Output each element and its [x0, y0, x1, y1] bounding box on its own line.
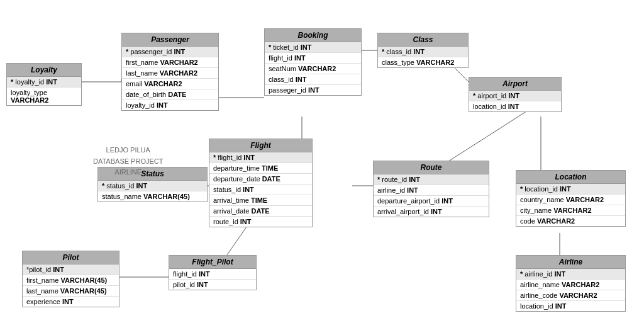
airline-row-4: location_id INT [516, 301, 625, 311]
passenger-header: Passenger [122, 33, 218, 47]
pilot-row-2: first_name VARCHAR(45) [23, 275, 119, 286]
booking-row-3: seatNum VARCHAR2 [265, 64, 361, 74]
entity-flight: Flight * flight_id INT departure_time TI… [209, 139, 313, 227]
flight-row-1: * flight_id INT [209, 152, 312, 163]
entity-passenger: Passenger * passenger_id INT first_name … [121, 33, 219, 111]
airport-row-2: location_id INT [469, 101, 561, 111]
pilot-row-3: last_name VARCHAR(45) [23, 286, 119, 297]
class-row-2: class_type VARCHAR2 [378, 57, 468, 67]
location-row-3: city_name VARCHAR2 [516, 205, 625, 216]
flight-row-6: arrival_date DATE [209, 206, 312, 217]
airline-row-2: airline_name VARCHAR2 [516, 280, 625, 290]
flight-row-7: route_id INT [209, 217, 312, 227]
class-header: Class [378, 33, 468, 47]
location-row-4: code VARCHAR2 [516, 216, 625, 226]
airport-row-1: * airport_id INT [469, 91, 561, 101]
entity-class: Class * class_id INT class_type VARCHAR2 [377, 33, 469, 68]
passenger-row-4: email VARCHAR2 [122, 79, 218, 89]
entity-airline: Airline * airline_id INT airline_name VA… [516, 255, 626, 312]
entity-flight-pilot: Flight_Pilot flight_id INT pilot_id INT [169, 255, 257, 290]
entity-pilot: Pilot *pilot_id INT first_name VARCHAR(4… [22, 251, 119, 307]
class-row-1: * class_id INT [378, 47, 468, 57]
booking-row-1: * ticket_id INT [265, 42, 361, 53]
watermark: LEDJO PILUADATABASE PROJECTAIRLINE [93, 145, 163, 178]
status-row-1: * status_id INT [98, 181, 207, 191]
loyalty-row-2: loyalty_typeVARCHAR2 [7, 88, 81, 105]
flight-pilot-row-1: flight_id INT [169, 269, 256, 280]
passenger-row-3: last_name VARCHAR2 [122, 68, 218, 79]
booking-row-5: passeger_id INT [265, 85, 361, 95]
entity-location: Location * location_id INT country_name … [516, 170, 626, 227]
passenger-row-2: first_name VARCHAR2 [122, 57, 218, 68]
entity-route: Route * route_id INT airline_id INT depa… [373, 161, 489, 217]
airline-row-3: airline_code VARCHAR2 [516, 290, 625, 301]
flight-pilot-row-2: pilot_id INT [169, 280, 256, 290]
route-row-1: * route_id INT [374, 174, 489, 185]
loyalty-header: Loyalty [7, 64, 81, 77]
airline-header: Airline [516, 256, 625, 269]
location-header: Location [516, 171, 625, 184]
booking-row-4: class_id INT [265, 74, 361, 85]
entity-booking: Booking * ticket_id INT flight_id INT se… [264, 28, 362, 96]
flight-row-3: departure_date DATE [209, 174, 312, 185]
erd-diagram: Loyalty * loyalty_id INT loyalty_typeVAR… [0, 0, 644, 335]
pilot-header: Pilot [23, 251, 119, 264]
passenger-row-1: * passenger_id INT [122, 47, 218, 57]
route-row-2: airline_id INT [374, 185, 489, 196]
pilot-row-4: experience INT [23, 297, 119, 307]
loyalty-row-1: * loyalty_id INT [7, 77, 81, 88]
booking-header: Booking [265, 29, 361, 42]
airline-row-1: * airline_id INT [516, 269, 625, 280]
passenger-row-6: loyalty_id INT [122, 100, 218, 110]
route-row-3: departure_airport_id INT [374, 196, 489, 207]
booking-row-2: flight_id INT [265, 53, 361, 64]
route-row-4: arrival_airport_id INT [374, 207, 489, 217]
status-row-2: status_name VARCHAR(45) [98, 191, 207, 202]
entity-loyalty: Loyalty * loyalty_id INT loyalty_typeVAR… [6, 63, 82, 106]
passenger-row-5: date_of_birth DATE [122, 89, 218, 100]
flight-header: Flight [209, 139, 312, 152]
route-header: Route [374, 161, 489, 174]
entity-airport: Airport * airport_id INT location_id INT [469, 77, 562, 112]
airport-header: Airport [469, 77, 561, 91]
flight-row-5: arrival_time TIME [209, 195, 312, 206]
flight-row-4: status_id INT [209, 185, 312, 195]
pilot-row-1: *pilot_id INT [23, 264, 119, 275]
flight-pilot-header: Flight_Pilot [169, 256, 256, 269]
location-row-2: country_name VARCHAR2 [516, 195, 625, 205]
flight-row-2: departure_time TIME [209, 163, 312, 174]
location-row-1: * location_id INT [516, 184, 625, 195]
